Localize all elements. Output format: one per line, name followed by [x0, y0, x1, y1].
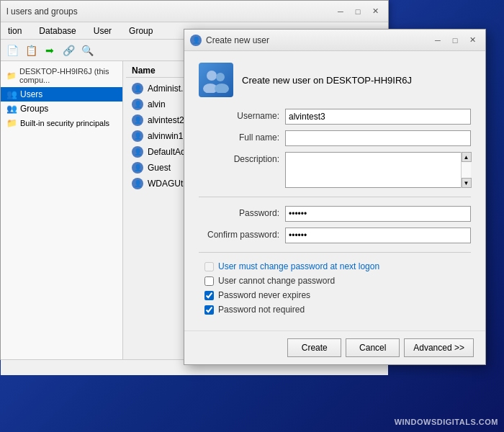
- divider-1: [199, 197, 471, 197]
- dialog-titlebar: 👤 Create new user ─ □ ✕: [184, 30, 485, 51]
- cancel-button[interactable]: Cancel: [346, 338, 400, 357]
- confirm-input[interactable]: [285, 228, 471, 243]
- toolbar-btn-1[interactable]: 📄: [4, 42, 21, 58]
- dialog-header-icon: [199, 63, 233, 97]
- scroll-up-btn[interactable]: ▲: [462, 152, 472, 162]
- bg-close-button[interactable]: ✕: [368, 4, 382, 19]
- menu-action[interactable]: tion: [4, 24, 26, 37]
- dialog-header-text: Create new user on DESKTOP-HH9IR6J: [242, 75, 412, 86]
- create-user-dialog: 👤 Create new user ─ □ ✕ Create new user …: [184, 29, 486, 365]
- bg-titlebar-controls: ─ □ ✕: [333, 4, 382, 19]
- password-input[interactable]: [285, 206, 471, 222]
- groups-icon: 👥: [6, 104, 17, 114]
- dialog-titlebar-controls: ─ □ ✕: [431, 33, 480, 48]
- sidebar-users-label: Users: [20, 89, 42, 99]
- dialog-body: Create new user on DESKTOP-HH9IR6J Usern…: [184, 51, 485, 330]
- cb-change-password[interactable]: [204, 262, 214, 271]
- description-scrollbar[interactable]: ▲ ▼: [461, 152, 471, 188]
- folder-icon: 📁: [6, 71, 17, 81]
- sidebar-top-text: DESKTOP-HH9IR6J (this compu...: [19, 67, 117, 84]
- fullname-row: Full name:: [199, 130, 471, 146]
- description-label: Description:: [199, 152, 285, 164]
- toolbar-btn-3[interactable]: ➡: [41, 42, 58, 58]
- cb-not-required-label: Password not required: [218, 305, 305, 315]
- cb-cannot-change-label: User cannot change password: [218, 276, 335, 286]
- create-button[interactable]: Create: [287, 338, 341, 357]
- scroll-track: [462, 162, 471, 178]
- user-icon: 👤: [132, 114, 143, 126]
- user-icon: 👤: [132, 83, 143, 94]
- description-input[interactable]: [285, 152, 471, 188]
- user-icon: 👤: [132, 99, 143, 110]
- checkbox-row-1: User must change password at next logon: [199, 261, 471, 271]
- user-name: alvin: [148, 99, 166, 109]
- fullname-input[interactable]: [285, 130, 471, 146]
- sidebar-panel: 📁 DESKTOP-HH9IR6J (this compu... 👥 Users…: [1, 61, 123, 359]
- confirm-row: Confirm password:: [199, 228, 471, 243]
- dialog-header-row: Create new user on DESKTOP-HH9IR6J: [199, 63, 471, 97]
- dialog-footer: Create Cancel Advanced >>: [184, 330, 485, 364]
- checkbox-row-3: Password never expires: [199, 290, 471, 300]
- user-name: alvintest2: [148, 115, 184, 125]
- menu-user[interactable]: User: [89, 24, 116, 37]
- user-group-svg: [203, 67, 229, 93]
- advanced-button[interactable]: Advanced >>: [404, 338, 474, 357]
- sidebar-item-groups[interactable]: 👥 Groups: [1, 102, 122, 116]
- toolbar-btn-2[interactable]: 📋: [22, 42, 40, 58]
- cb-not-required[interactable]: [204, 305, 214, 315]
- menu-group[interactable]: Group: [125, 24, 157, 37]
- svg-point-0: [207, 71, 217, 81]
- username-row: Username:: [199, 109, 471, 125]
- sidebar-groups-label: Groups: [20, 104, 48, 114]
- dialog-close-button[interactable]: ✕: [465, 33, 480, 48]
- checkbox-row-4: Password not required: [199, 305, 471, 315]
- user-icon: 👤: [132, 178, 143, 189]
- toolbar-btn-5[interactable]: 🔍: [78, 42, 96, 58]
- user-icon: 👤: [132, 162, 143, 174]
- sidebar-top-label: 📁 DESKTOP-HH9IR6J (this compu...: [1, 64, 122, 87]
- password-label: Password:: [199, 206, 285, 218]
- user-icon: 👤: [132, 146, 143, 158]
- confirm-label: Confirm password:: [199, 228, 285, 240]
- toolbar-btn-4[interactable]: 🔗: [60, 42, 77, 58]
- bg-titlebar: l users and groups ─ □ ✕: [1, 1, 388, 22]
- scroll-down-btn[interactable]: ▼: [462, 178, 472, 188]
- cb-cannot-change[interactable]: [204, 276, 214, 286]
- dialog-title: Create new user: [206, 35, 269, 45]
- user-name: Guest: [148, 163, 171, 173]
- description-row: Description: ▲ ▼: [199, 152, 471, 188]
- cb-never-expires[interactable]: [204, 291, 214, 300]
- password-row: Password:: [199, 206, 471, 222]
- dialog-maximize-button[interactable]: □: [448, 33, 462, 48]
- checkbox-row-2: User cannot change password: [199, 276, 471, 286]
- bg-maximize-button[interactable]: □: [351, 4, 365, 19]
- sidebar-item-builtin[interactable]: 📁 Built-in security principals: [1, 116, 122, 130]
- builtin-icon: 📁: [6, 118, 17, 128]
- fullname-label: Full name:: [199, 130, 285, 143]
- bg-window-title: l users and groups: [6, 6, 78, 17]
- divider-2: [199, 252, 471, 253]
- menu-database[interactable]: Database: [35, 24, 80, 37]
- users-icon: 👥: [6, 89, 17, 99]
- dialog-minimize-button[interactable]: ─: [431, 33, 445, 48]
- user-name: Administ...: [148, 84, 188, 94]
- username-input[interactable]: [285, 109, 471, 125]
- watermark: WINDOWSDIGITALS.COM: [395, 418, 498, 426]
- sidebar-item-users[interactable]: 👥 Users: [1, 87, 122, 102]
- bg-minimize-button[interactable]: ─: [333, 4, 348, 19]
- description-wrapper: ▲ ▼: [285, 152, 471, 188]
- sidebar-builtin-label: Built-in security principals: [20, 119, 109, 127]
- dialog-title-icon: 👤: [190, 35, 202, 46]
- dialog-title-content: 👤 Create new user: [190, 35, 269, 46]
- user-icon: 👤: [132, 130, 143, 142]
- svg-point-3: [215, 84, 229, 93]
- svg-point-1: [216, 73, 225, 81]
- cb-change-password-label: User must change password at next logon: [218, 261, 379, 271]
- username-label: Username:: [199, 109, 285, 121]
- cb-never-expires-label: Password never expires: [218, 290, 310, 300]
